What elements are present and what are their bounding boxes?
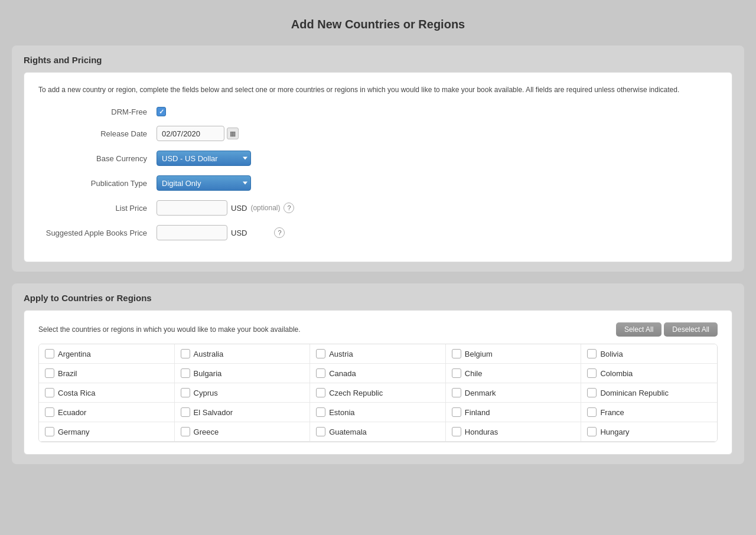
- country-name: Greece: [194, 428, 219, 436]
- country-checkbox[interactable]: [316, 349, 325, 358]
- country-checkbox[interactable]: [316, 388, 325, 397]
- country-checkbox[interactable]: [181, 427, 190, 436]
- suggested-price-group: USD ?: [157, 225, 285, 240]
- country-checkbox[interactable]: [452, 407, 461, 417]
- country-name: Colombia: [600, 369, 633, 378]
- country-checkbox[interactable]: [452, 349, 461, 358]
- list-price-group: USD (optional) ?: [157, 200, 294, 216]
- list-item[interactable]: Czech Republic: [310, 383, 446, 403]
- country-name: Canada: [329, 369, 356, 378]
- country-name: Costa Rica: [58, 389, 96, 397]
- country-checkbox[interactable]: [316, 368, 325, 378]
- suggested-price-field[interactable]: [157, 225, 227, 240]
- country-name: Guatemala: [329, 428, 367, 436]
- calendar-icon[interactable]: ▦: [227, 128, 239, 139]
- list-item[interactable]: Belgium: [446, 344, 582, 364]
- countries-header: Select the countries or regions in which…: [38, 322, 718, 337]
- country-checkbox[interactable]: [587, 368, 597, 378]
- list-price-help-icon[interactable]: ?: [284, 203, 294, 213]
- rights-description: To add a new country or region, complete…: [38, 84, 718, 95]
- publication-type-select-wrapper: Digital Only Print Only Print and Digita…: [157, 175, 251, 191]
- list-item[interactable]: Denmark: [446, 383, 582, 403]
- country-checkbox[interactable]: [316, 407, 325, 417]
- list-item[interactable]: Honduras: [446, 422, 582, 442]
- country-checkbox[interactable]: [452, 388, 461, 397]
- list-item[interactable]: Dominican Republic: [581, 383, 717, 403]
- country-name: Czech Republic: [329, 389, 383, 397]
- country-checkbox[interactable]: [181, 407, 190, 417]
- base-currency-select[interactable]: USD - US Dollar EUR - Euro GBP - British…: [157, 151, 251, 166]
- publication-type-control: Digital Only Print Only Print and Digita…: [157, 175, 251, 191]
- country-checkbox[interactable]: [587, 388, 597, 397]
- list-item[interactable]: Germany: [39, 422, 175, 442]
- countries-btn-group: Select All Deselect All: [616, 322, 718, 337]
- release-date-control: ▦: [157, 126, 239, 141]
- country-checkbox[interactable]: [181, 368, 190, 378]
- base-currency-row: Base Currency USD - US Dollar EUR - Euro…: [38, 151, 718, 166]
- release-date-input-wrapper: ▦: [157, 126, 239, 141]
- countries-grid: ArgentinaAustraliaAustriaBelgiumBoliviaB…: [38, 344, 718, 442]
- select-all-button[interactable]: Select All: [616, 322, 662, 337]
- list-item[interactable]: Guatemala: [310, 422, 446, 442]
- suggested-price-help-icon[interactable]: ?: [274, 227, 285, 238]
- list-item[interactable]: Greece: [175, 422, 311, 442]
- list-item[interactable]: El Salvador: [175, 403, 311, 422]
- list-item[interactable]: France: [581, 403, 717, 422]
- country-checkbox[interactable]: [181, 349, 190, 358]
- country-checkbox[interactable]: [587, 427, 597, 436]
- country-name: Brazil: [58, 369, 77, 378]
- country-name: Honduras: [465, 428, 498, 436]
- country-checkbox[interactable]: [181, 388, 190, 397]
- list-price-row: List Price USD (optional) ?: [38, 200, 718, 216]
- suggested-price-label: Suggested Apple Books Price: [38, 229, 157, 237]
- list-item[interactable]: Cyprus: [175, 383, 311, 403]
- country-name: France: [600, 408, 624, 417]
- publication-type-select[interactable]: Digital Only Print Only Print and Digita…: [157, 175, 251, 191]
- country-checkbox[interactable]: [45, 407, 54, 417]
- country-name: Austria: [329, 350, 353, 358]
- countries-card: Select the countries or regions in which…: [24, 310, 732, 455]
- country-checkbox[interactable]: [45, 388, 54, 397]
- country-checkbox[interactable]: [45, 427, 54, 436]
- publication-type-row: Publication Type Digital Only Print Only…: [38, 175, 718, 191]
- country-name: Denmark: [465, 389, 496, 397]
- list-item[interactable]: Australia: [175, 344, 311, 364]
- deselect-all-button[interactable]: Deselect All: [664, 322, 718, 337]
- base-currency-select-wrapper: USD - US Dollar EUR - Euro GBP - British…: [157, 151, 251, 166]
- list-item[interactable]: Hungary: [581, 422, 717, 442]
- country-name: Germany: [58, 428, 89, 436]
- country-name: Chile: [465, 369, 483, 378]
- list-item[interactable]: Canada: [310, 364, 446, 383]
- countries-section-title: Apply to Countries or Regions: [24, 293, 732, 303]
- country-checkbox[interactable]: [45, 368, 54, 378]
- country-checkbox[interactable]: [316, 427, 325, 436]
- list-item[interactable]: Costa Rica: [39, 383, 175, 403]
- list-price-label: List Price: [38, 204, 157, 213]
- country-checkbox[interactable]: [587, 349, 597, 358]
- country-name: Hungary: [600, 428, 629, 436]
- suggested-price-currency: USD: [231, 229, 247, 237]
- country-checkbox[interactable]: [452, 427, 461, 436]
- list-price-field[interactable]: [157, 200, 227, 216]
- country-name: Dominican Republic: [600, 389, 669, 397]
- list-item[interactable]: Brazil: [39, 364, 175, 383]
- list-item[interactable]: Bolivia: [581, 344, 717, 364]
- page-title: Add New Countries or Regions: [12, 12, 744, 31]
- base-currency-label: Base Currency: [38, 154, 157, 163]
- list-item[interactable]: Bulgaria: [175, 364, 311, 383]
- list-item[interactable]: Colombia: [581, 364, 717, 383]
- country-checkbox[interactable]: [45, 349, 54, 358]
- drm-free-checkbox[interactable]: [157, 107, 166, 116]
- list-item[interactable]: Estonia: [310, 403, 446, 422]
- country-checkbox[interactable]: [452, 368, 461, 378]
- list-price-optional: (optional): [250, 204, 280, 212]
- country-checkbox[interactable]: [587, 407, 597, 417]
- list-item[interactable]: Finland: [446, 403, 582, 422]
- release-date-field[interactable]: [157, 126, 224, 141]
- countries-description: Select the countries or regions in which…: [38, 325, 301, 334]
- list-item[interactable]: Austria: [310, 344, 446, 364]
- list-item[interactable]: Ecuador: [39, 403, 175, 422]
- list-item[interactable]: Chile: [446, 364, 582, 383]
- list-item[interactable]: Argentina: [39, 344, 175, 364]
- country-name: Bolivia: [600, 350, 623, 358]
